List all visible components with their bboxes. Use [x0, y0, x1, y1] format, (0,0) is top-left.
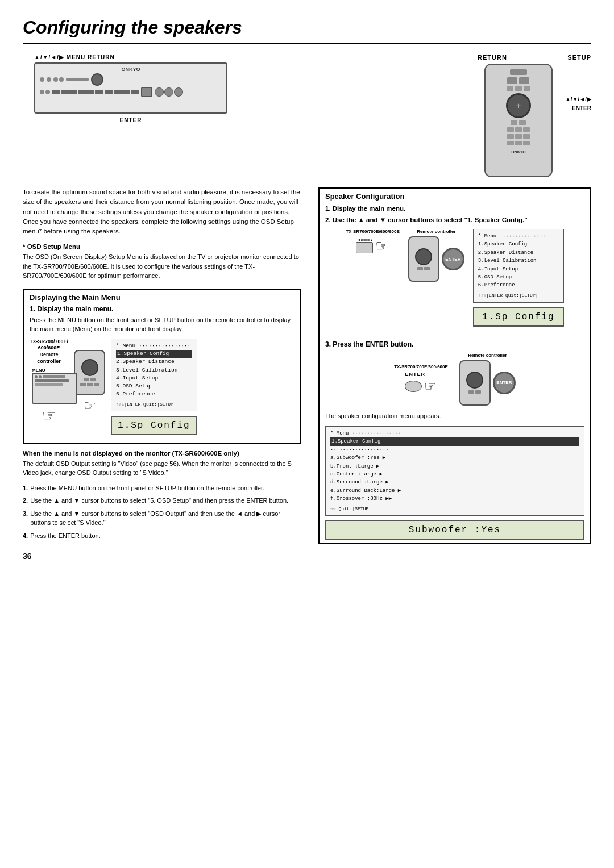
- r-n6: [523, 134, 530, 139]
- rsm3: [80, 383, 86, 386]
- r-bs3: [524, 86, 530, 91]
- config-item-e: e.Surround Back:Large ▶: [330, 487, 579, 495]
- warning-text: The default OSD Output setting is "Video…: [23, 459, 301, 478]
- btn-group-4: [155, 87, 183, 97]
- step1-heading: 1. Display the main menu.: [30, 305, 294, 313]
- rsm4: [87, 383, 93, 386]
- mini-row-3: [35, 383, 74, 386]
- rb7: [105, 90, 113, 94]
- er1: [468, 390, 474, 394]
- rb5: [86, 90, 94, 94]
- r-n9: [523, 141, 530, 145]
- config-item-d: d.Surround :Large ▶: [330, 478, 579, 486]
- rk3: [174, 87, 183, 97]
- step-num-2: 2.: [23, 496, 28, 506]
- step-num-1: 1.: [23, 483, 28, 493]
- right-device-row: TX-SR700/700E/600/600E TUNING ☞: [325, 229, 584, 335]
- rb3: [69, 90, 77, 94]
- menu-item-3: 3.Level Calibration: [116, 366, 192, 374]
- enter-btn-circle: ENTER: [442, 248, 464, 270]
- remote-return-label: RETURN: [478, 54, 507, 61]
- right-menu-title: * Menu ················: [478, 232, 559, 240]
- step-text-1: Press the MENU button on the front panel…: [30, 483, 264, 493]
- btn-group-2: [52, 90, 103, 94]
- menu-item-5: 5.OSD Setup: [116, 382, 192, 390]
- osd-heading: * OSD Setup Menu: [23, 243, 301, 250]
- right-menu-item-4: 4.Input Setup: [478, 265, 559, 273]
- r-num-row-1: [507, 127, 530, 132]
- right-column: Speaker Configuration 1. Display the mai…: [318, 187, 591, 561]
- rec-dot-4: [59, 77, 64, 82]
- right-r-btn-row: [417, 267, 430, 270]
- r-n4: [507, 134, 514, 139]
- step-num-4: 4.: [23, 531, 28, 541]
- r-top-bar: [510, 69, 527, 75]
- right-menu-item-2: 2.Speaker Distance: [478, 249, 559, 257]
- r-num-row-3: [507, 141, 530, 145]
- right-mini-rec: TUNING: [356, 238, 373, 253]
- menu-title: * Menu ················: [116, 342, 192, 350]
- right-r-nav: [415, 248, 432, 265]
- right-lcd-display: 1.Sp Config: [473, 307, 564, 327]
- rec-bar: [66, 78, 89, 81]
- osd-text: The OSD (On Screen Display) Setup Menu i…: [23, 252, 301, 281]
- right-remote-icon: [408, 236, 439, 282]
- mb2: [35, 379, 69, 382]
- rb10: [131, 90, 139, 94]
- rsm5: [94, 383, 99, 386]
- rec-dots-group: [53, 77, 64, 82]
- menu-label-icon: MENU: [32, 368, 66, 373]
- md2: [39, 375, 42, 378]
- r-btn-row-1: [507, 77, 529, 84]
- numbered-steps-list: 1. Press the MENU button on the front pa…: [23, 483, 301, 541]
- page-number: 36: [23, 552, 301, 561]
- r-bs5: [519, 120, 526, 125]
- right-menu-box: * Menu ················ 1.Speaker Config…: [473, 229, 564, 303]
- left-column: To create the optimum sound space for bo…: [23, 187, 301, 561]
- enter-tx-icon-area: ENTER ☞: [405, 372, 437, 394]
- receiver-diagram: ▲/▼/◄/▶ MENU RETURN ONKYO: [23, 54, 239, 123]
- b1: [40, 90, 44, 94]
- rk2: [164, 87, 173, 97]
- r-n5: [515, 134, 522, 139]
- enter-tx-col: TX-SR700/700E/600/600E ENTER ☞: [394, 364, 448, 394]
- enter-btn-round: [405, 381, 422, 392]
- r-n8: [515, 141, 522, 145]
- config-menu-selected: 1.Speaker Config: [330, 437, 579, 445]
- right-tx-icons: TUNING ☞: [356, 236, 389, 255]
- volume-knob: [141, 87, 152, 97]
- osd-setup-section: * OSD Setup Menu The OSD (On Screen Disp…: [23, 243, 301, 281]
- mb1: [43, 375, 65, 378]
- enter-remote-label: Remote controller: [468, 353, 507, 358]
- step-list-1: 1. Press the MENU button on the front pa…: [23, 483, 301, 493]
- step-num-3: 3.: [23, 509, 28, 528]
- r-nav-circle: ✛: [506, 93, 531, 118]
- step-list-3: 3. Use the ▲ and ▼ cursor buttons to sel…: [23, 509, 301, 528]
- menu-item-4: 4.Input Setup: [116, 374, 192, 382]
- r-n7: [507, 141, 514, 145]
- right-hand-row: TUNING ☞: [356, 236, 389, 255]
- tuning-label: TUNING: [356, 238, 373, 242]
- menu-item-1: 1.Speaker Config: [116, 350, 192, 358]
- rb6: [95, 90, 103, 94]
- r-btn-row-sm-2: [80, 383, 99, 386]
- nav-arrows: ✛: [516, 103, 521, 109]
- remote-small-icon: [74, 350, 105, 395]
- mini-row-1: [35, 375, 74, 378]
- receiver-enter-label: ENTER: [23, 117, 239, 123]
- receiver-top-labels: ▲/▼/◄/▶ MENU RETURN: [34, 54, 227, 60]
- enter-device-row: TX-SR700/700E/600/600E ENTER ☞ Remote co…: [325, 353, 584, 406]
- right-menu-item-1: 1.Speaker Config: [478, 240, 559, 248]
- receiver-brand: ONKYO: [40, 66, 222, 72]
- rk1: [155, 87, 164, 97]
- page-title: Configuring the speakers: [23, 17, 591, 38]
- r-b1: [507, 77, 517, 84]
- warning-heading: When the menu is not displayed on the mo…: [23, 450, 301, 457]
- right-menu-enter-quit: ☆☆☆|ENTER|Quit:|SETUP|: [478, 292, 559, 299]
- warning-section: When the menu is not displayed on the mo…: [23, 450, 301, 478]
- receiver-controls: [40, 73, 222, 86]
- enter-tx-hand: ☞: [405, 378, 437, 394]
- right-step1-heading: 1. Display the main menu.: [325, 205, 584, 212]
- remote-top-labels: RETURN SETUP: [478, 54, 591, 61]
- tx-device-label-left: TX-SR700/700E/ 600/600E Remote controlle…: [30, 339, 68, 365]
